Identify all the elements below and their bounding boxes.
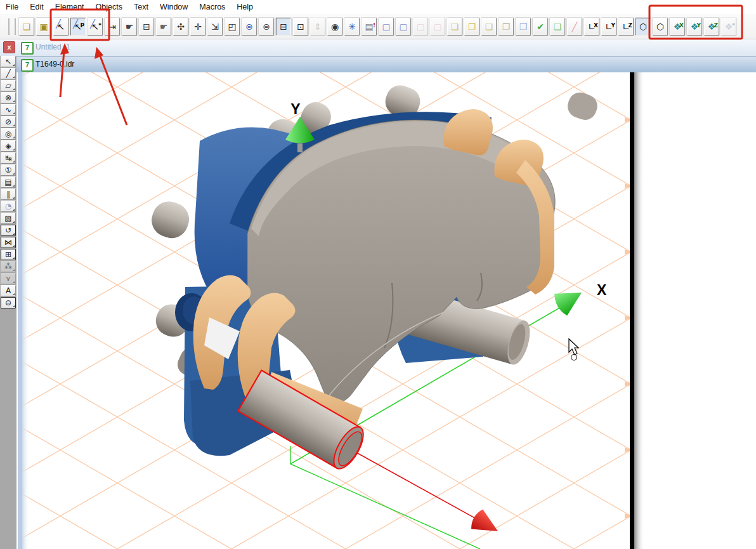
roll-cylinder-button[interactable]: ⊟ — [139, 18, 154, 36]
line-tool-button[interactable]: ╱ — [1, 68, 16, 79]
view-axis-y-button[interactable]: ∟Y — [601, 18, 616, 36]
camera-button[interactable]: ◉ — [327, 18, 342, 36]
segment-nodes-button[interactable]: ╱ — [567, 18, 582, 36]
workplane-y-button[interactable]: ❖Y — [687, 18, 702, 36]
swap-order-button[interactable]: ❒ — [516, 18, 531, 36]
workplane-y-icon: ❖ — [688, 18, 701, 35]
select-group-2-button[interactable]: ▢ — [396, 18, 411, 36]
bring-to-front-button[interactable]: ❐ — [464, 18, 479, 36]
zoom-window-icon: ◰ — [225, 18, 239, 35]
bring-forward-button[interactable]: ❐ — [499, 18, 514, 36]
menu-element[interactable]: Element — [49, 1, 90, 13]
mirror-tool-icon: ⋈ — [4, 238, 12, 247]
document-icon: 7 — [21, 42, 34, 55]
move-button[interactable]: ✛ — [190, 18, 205, 36]
zoom-out-tool-button[interactable]: ⊖ — [1, 297, 16, 308]
ellipse-tool-button[interactable]: ⊘ — [1, 116, 16, 128]
concentric-circle-tool-icon: ◎ — [5, 129, 11, 138]
dimension-tool-button[interactable]: ↹ — [1, 152, 16, 164]
pan-button[interactable]: ✣ — [173, 18, 188, 36]
segment-nodes-icon: ╱ — [568, 18, 582, 35]
select-star-button[interactable]: ↖╱* — [88, 18, 103, 36]
save-button[interactable]: ▣ — [36, 18, 51, 36]
send-backward-button[interactable]: ❏ — [481, 18, 497, 36]
view-axis-y-badge: Y — [611, 17, 615, 34]
menu-help[interactable]: Help — [231, 1, 259, 13]
menu-macros[interactable]: Macros — [193, 1, 231, 13]
menu-file[interactable]: File — [0, 1, 24, 13]
iso-view-cube-button[interactable]: ⬡ — [635, 18, 651, 36]
pick-hand-button[interactable]: ☛ — [122, 18, 137, 36]
rotate-tool-button[interactable]: ↺ — [1, 225, 16, 236]
cylinder-wire-2-icon: ⊜ — [259, 18, 273, 35]
cylinder-solid-button[interactable]: ⊡ — [293, 18, 308, 36]
select-point-icon: ↖ — [71, 18, 85, 35]
menu-text[interactable]: Text — [128, 1, 154, 13]
boolean-overlap-button[interactable]: ❏ — [550, 18, 565, 36]
view-axis-z-button[interactable]: ∟Z — [618, 18, 634, 36]
pick-hand-icon: ☛ — [122, 18, 136, 35]
roll-cylinder-icon: ⊟ — [140, 18, 153, 35]
workplane-z-button[interactable]: ❖Z — [704, 18, 719, 36]
polygon-tool-button[interactable]: ▱ — [1, 80, 16, 91]
pick-hand-2-button[interactable]: ☛ — [156, 18, 171, 36]
view-axis-x-badge: X — [594, 17, 598, 34]
array-tool-button: ⁂ — [1, 261, 16, 272]
doc-alert-icon: ▤ — [362, 18, 376, 35]
edit-nodes-button[interactable]: ✳ — [344, 18, 360, 36]
ungroup-pink-1-button: ▢ — [413, 18, 428, 36]
page-left-edge — [18, 72, 22, 549]
camera-icon: ◉ — [328, 18, 342, 35]
menu-window[interactable]: Window — [154, 1, 193, 13]
close-tab-button[interactable]: x — [3, 41, 15, 53]
model-viewport[interactable]: Y X — [16, 72, 756, 549]
text-tool-icon: A — [6, 286, 11, 295]
zoom-extents-button[interactable]: ⇲ — [207, 18, 223, 36]
send-to-back-button[interactable]: ❏ — [447, 18, 462, 36]
extrude-tool-button[interactable]: ▧ — [1, 213, 16, 224]
drawing-canvas[interactable]: Y X — [16, 72, 756, 549]
inactive-tab-row: x 7 Untitled -1 — [0, 39, 756, 56]
workplane-x-button[interactable]: ❖X — [670, 18, 685, 36]
view-axis-z-icon: ∟ — [619, 18, 633, 35]
page-right-edge — [630, 72, 634, 549]
select-button[interactable]: ↖╱ — [53, 18, 68, 36]
cylinder-solid-icon: ⊡ — [294, 18, 308, 35]
inscribed-polygon-tool-button[interactable]: ◈ — [1, 140, 16, 152]
axis-x-label: X — [597, 282, 607, 298]
open-file-button[interactable]: ❏ — [19, 18, 34, 36]
balloon-callout-tool-button[interactable]: ① — [1, 164, 16, 176]
view-axis-x-button[interactable]: ∟X — [584, 18, 599, 36]
fill-tool-button[interactable]: ▤ — [1, 176, 16, 188]
doc-alert-button[interactable]: ▤! — [362, 18, 377, 36]
view-axis-y-icon: ∟ — [602, 18, 616, 35]
select-tool-button[interactable]: ↖ — [1, 56, 16, 67]
concentric-circle-tool-button[interactable]: ◎ — [1, 128, 16, 140]
tab-untitled[interactable]: Untitled -1 — [36, 43, 70, 51]
text-tool-button[interactable]: A — [1, 285, 16, 296]
select-group-1-button[interactable]: ▢ — [379, 18, 394, 36]
validate-geometry-button[interactable]: ✔ — [533, 18, 548, 36]
hatch-tool-button[interactable]: ∥ — [1, 189, 16, 200]
scale-tool-button[interactable]: ⊞ — [1, 249, 16, 260]
stretch-button: ⇕ — [310, 18, 325, 36]
workplane-x-icon: ❖ — [670, 18, 684, 35]
cylinder-wire-1-button[interactable]: ⊜ — [242, 18, 257, 36]
curve-tool-button[interactable]: ∿ — [1, 104, 16, 116]
tab-active-document[interactable]: T1649-0.idr — [36, 60, 74, 69]
curve-tool-icon: ∿ — [5, 105, 11, 114]
cylinder-shaded-icon: ⊟ — [277, 18, 290, 35]
menu-objects[interactable]: Objects — [90, 1, 128, 13]
cylinder-wire-2-button[interactable]: ⊜ — [259, 18, 274, 36]
orbit-tool-button[interactable]: ◔ — [1, 201, 16, 212]
circle-tool-button[interactable]: ⊗ — [1, 92, 16, 103]
zoom-window-button[interactable]: ◰ — [225, 18, 240, 36]
select-point-button[interactable]: ↖╱P — [70, 18, 86, 36]
menu-edit[interactable]: Edit — [24, 1, 49, 13]
extend-entity-button[interactable]: ⇥ — [105, 18, 120, 36]
mirror-tool-button[interactable]: ⋈ — [1, 237, 16, 248]
rotate-view-cube-button[interactable]: ⬡ — [653, 18, 668, 36]
toolbar-grip[interactable] — [8, 18, 16, 35]
cylinder-shaded-button[interactable]: ⊟ — [276, 18, 291, 36]
bring-to-front-icon: ❐ — [465, 18, 479, 35]
